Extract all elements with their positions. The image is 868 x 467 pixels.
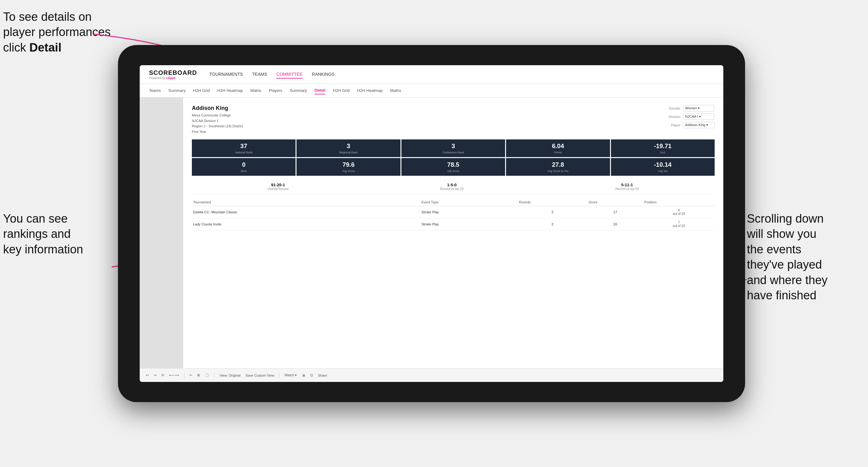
toolbar-cut[interactable]: ✂ [189,373,192,377]
subnav-players[interactable]: Players [269,87,282,94]
annotation-bottom-left: You can see rankings and key information [3,211,121,257]
nav-committee[interactable]: COMMITTEE [277,70,303,79]
division-selector-row: Division NJCAA I ▾ [663,113,715,120]
cell-tournament: Lady Coyote Invite [192,218,420,230]
cell-tournament: Estella CC- Mountain Classic [192,206,420,218]
player-region: Region 1 - Southwest (18) District [192,124,243,129]
toolbar-sep3 [279,373,279,378]
player-header: Addison King Mesa Community College NJCA… [192,105,715,134]
col-position: Position [643,198,715,206]
division-select[interactable]: NJCAA I ▾ [683,113,714,120]
annotation-right-2: will show you [747,227,816,240]
subnav-h2h-grid[interactable]: H2H Grid [193,87,210,94]
cell-rounds: 2 [518,218,587,230]
left-sidebar [140,97,183,368]
nav-rankings[interactable]: RANKINGS [312,70,335,79]
toolbar-expand[interactable]: ⟵⟶ [169,373,179,377]
player-year: First Year [192,129,243,135]
subnav-teams[interactable]: Teams [149,87,161,94]
subnav-h2h-grid2[interactable]: H2H Grid [333,87,349,94]
col-event-type: Event Type [420,198,518,206]
stat-cell-2: 78.5Adj Score [401,158,505,176]
cell-position: 4out of 20 [643,206,715,218]
subnav-summary2[interactable]: Summary [290,87,307,94]
tablet-screen: SCOREBOARD Powered by clippd TOURNAMENTS… [140,65,723,382]
player-select[interactable]: Addison King ▾ [683,122,715,128]
toolbar-monitor[interactable]: 🖥 [302,374,305,377]
annotation-right-5: and where they [747,274,828,287]
cell-position: 7out of 20 [643,218,715,230]
tournament-table: Tournament Event Type Rounds Score Posit… [192,198,715,230]
cell-event-type: Stroke Play [420,218,518,230]
record-item: 1-5-0Record vs top 25 [440,183,464,191]
nav-bar: SCOREBOARD Powered by clippd TOURNAMENTS… [140,65,723,84]
nav-items: TOURNAMENTS TEAMS COMMITTEE RANKINGS [209,70,714,79]
toolbar-watch[interactable]: Watch ▾ [284,373,297,377]
logo-area: SCOREBOARD Powered by clippd [149,69,197,80]
annotation-right-6: have finished [747,289,816,302]
stat-cell: 6.04Points [506,139,610,157]
cell-score: 16 [587,218,643,230]
player-school: Mesa Community College [192,113,243,118]
toolbar-redo[interactable]: ↪ [154,373,156,377]
table-row: Lady Coyote Invite Stroke Play 2 16 7out… [192,218,715,230]
player-selectors: Gender Women ▾ Division NJCAA I ▾ [663,105,715,134]
record-item: 91-20-1Overall Record [268,183,288,191]
subnav-summary[interactable]: Summary [168,87,186,94]
logo-powered: Powered by clippd [149,76,197,80]
toolbar-sep2 [214,373,215,378]
toolbar-view-original[interactable]: View: Original [219,374,241,377]
player-info: Addison King Mesa Community College NJCA… [192,105,243,134]
toolbar-share[interactable]: Share [318,374,327,377]
toolbar-save-custom[interactable]: Save Custom View [246,374,274,377]
record-item: 5-11-1Record vs top 50 [615,183,639,191]
annotation-right: Scrolling down will show you the events … [747,211,865,303]
annotation-bottom-left-1: You can see [3,212,68,225]
gender-selector-row: Gender Women ▾ [663,105,715,112]
annotation-right-4: they've played [747,258,822,271]
toolbar-layout[interactable]: ⊡ [310,373,313,377]
annotation-bottom-left-3: key information [3,243,83,256]
gender-select[interactable]: Women ▾ [683,105,714,112]
logo-clippd: clippd [166,76,176,80]
player-name: Addison King [192,105,243,112]
subnav-h2h-heatmap[interactable]: H2H Heatmap [217,87,243,94]
content-panel: Addison King Mesa Community College NJCA… [183,97,723,368]
toolbar-clock[interactable]: 🕐 [205,373,209,377]
sub-nav: Teams Summary H2H Grid H2H Heatmap Matri… [140,84,723,97]
stat-cell: 37National Rank [192,139,296,157]
tablet: SCOREBOARD Powered by clippd TOURNAMENTS… [118,45,745,402]
bottom-toolbar: ↩ ↪ ⟳ ⟵⟶ ✂ ⊞ 🕐 View: Original Save Custo… [140,368,723,382]
col-tournament: Tournament [192,198,420,206]
records-row: 91-20-1Overall Record1-5-0Record vs top … [192,180,715,194]
player-division: NJCAA Division 1 [192,118,243,124]
stat-cell-2: 79.6Avg Score [297,158,400,176]
stat-cell: 3Conference Rank [401,139,505,157]
annotation-right-3: the events [747,243,801,256]
player-label: Player [663,123,681,127]
gender-label: Gender [663,106,681,110]
stat-cell-2: 0Wins [192,158,296,176]
stat-cell: -19.71SoS [611,139,715,157]
toolbar-sep1 [184,373,184,378]
main-content: Addison King Mesa Community College NJCA… [140,97,723,368]
cell-event-type: Stroke Play [420,206,518,218]
annotation-detail-bold: Detail [29,41,61,54]
stats-grid-1: 37National Rank3Regional Rank3Conference… [192,139,715,157]
subnav-matrix2[interactable]: Matrix [390,87,401,94]
table-row: Estella CC- Mountain Classic Stroke Play… [192,206,715,218]
col-score: Score [587,198,643,206]
toolbar-grid[interactable]: ⊞ [197,373,200,377]
nav-tournaments[interactable]: TOURNAMENTS [209,70,243,79]
subnav-h2h-heatmap2[interactable]: H2H Heatmap [357,87,382,94]
subnav-matrix[interactable]: Matrix [250,87,261,94]
toolbar-refresh[interactable]: ⟳ [161,373,164,377]
toolbar-undo[interactable]: ↩ [146,373,149,377]
player-selector-row: Player Addison King ▾ [663,122,715,128]
stat-cell-2: 27.8Avg Score to Par [506,158,610,176]
nav-teams[interactable]: TEAMS [252,70,267,79]
subnav-detail[interactable]: Detail [314,87,326,94]
annotation-right-1: Scrolling down [747,212,824,225]
annotation-bottom-left-2: rankings and [3,227,71,240]
stats-grid-2: 0Wins79.6Avg Score78.5Adj Score27.8Avg S… [192,158,715,176]
